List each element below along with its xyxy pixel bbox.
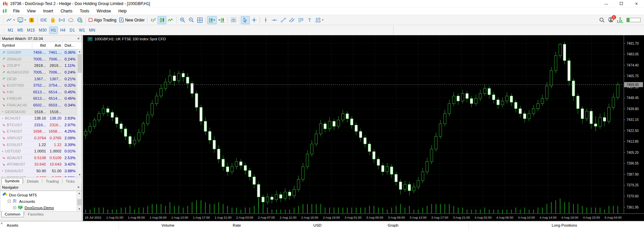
minimize-button[interactable]: — bbox=[599, 0, 614, 7]
table-row-fracac40[interactable]: ↘FRACAC406502....6503....0.34% bbox=[0, 102, 82, 109]
price-chart[interactable]: 7491.707483.057474.407465.757457.107448.… bbox=[83, 35, 644, 221]
bar-chart-mode-button[interactable] bbox=[149, 16, 158, 24]
table-row-f40eur[interactable]: ↘F40EUR6513....6514....0.45% bbox=[0, 95, 82, 102]
profiles-button[interactable]: ▾ bbox=[16, 16, 27, 24]
close-icon[interactable]: × bbox=[1, 222, 3, 225]
menu-item-tools[interactable]: Tools bbox=[76, 8, 93, 14]
scroll-up-icon[interactable]: ▲ bbox=[77, 192, 82, 195]
table-row-atomust[interactable]: ↘ATOMUST10.64210.6433.42% bbox=[0, 161, 82, 168]
toolbox-column-volume[interactable]: Volume bbox=[162, 223, 174, 227]
toolbar-grip[interactable] bbox=[3, 17, 4, 24]
table-row-f40[interactable]: ↘F406513....6514....0.45% bbox=[0, 89, 82, 96]
ide-button[interactable]: IDE bbox=[39, 16, 48, 24]
screenshot-button[interactable] bbox=[229, 16, 238, 24]
deposit-button[interactable]: $ bbox=[27, 16, 36, 24]
table-row-bchust[interactable]: •BCHUST138.10138.202.83% bbox=[0, 115, 82, 122]
navigator-scrollbar[interactable]: ▲▼ bbox=[77, 191, 81, 211]
auto-scroll-button[interactable] bbox=[207, 16, 217, 24]
notifications-button[interactable]: 1 bbox=[608, 17, 614, 24]
fibonacci-tool-button[interactable] bbox=[296, 16, 305, 24]
table-row-ustusd[interactable]: •USTUSD1.00011.00020.01% bbox=[0, 148, 82, 155]
table-row-btcust[interactable]: ↘BTCUST2316...2316...2.97% bbox=[0, 122, 82, 128]
table-row-ausasx200[interactable]: ↗AUSASX2007005....7006....0.24% bbox=[0, 69, 82, 76]
vertical-line-tool-button[interactable] bbox=[261, 16, 270, 24]
toolbox-column-graph[interactable]: Graph bbox=[388, 223, 398, 227]
candlestick-mode-button[interactable] bbox=[158, 16, 166, 24]
text-tool-button[interactable]: T bbox=[305, 16, 314, 24]
tab-ticks[interactable]: Ticks bbox=[63, 179, 78, 184]
timeframe-d1[interactable]: D1 bbox=[68, 27, 77, 34]
menu-item-charts[interactable]: Charts bbox=[57, 8, 76, 14]
collapse-icon[interactable]: − bbox=[8, 200, 11, 203]
menu-item-insert[interactable]: Insert bbox=[39, 8, 57, 14]
timeframe-w1[interactable]: W1 bbox=[77, 27, 87, 34]
toolbar-grip[interactable] bbox=[4, 27, 5, 34]
menu-item-file[interactable]: File bbox=[9, 8, 23, 14]
chart-window[interactable]: 100GBP,H1: UK FTSE 100 Index Spot CFD 74… bbox=[83, 35, 644, 221]
line-chart-mode-button[interactable] bbox=[166, 16, 175, 24]
community-button[interactable] bbox=[75, 16, 84, 24]
signals-button[interactable] bbox=[57, 16, 67, 24]
column-daily[interactable]: Dail... bbox=[62, 43, 77, 47]
timeframe-m1[interactable]: M1 bbox=[6, 27, 15, 34]
toolbox-column-long-positions[interactable]: Long Positions bbox=[552, 223, 577, 227]
search-icon[interactable] bbox=[599, 17, 605, 23]
scroll-down-icon[interactable]: ▼ bbox=[77, 173, 82, 176]
lvl-button[interactable]: ⇧ LVL bbox=[617, 17, 623, 23]
table-row-gerdax30[interactable]: •GERDAX301518...1518... bbox=[0, 108, 82, 115]
toolbar-grip[interactable] bbox=[239, 17, 240, 24]
toolbox-column-assets[interactable]: Assets bbox=[7, 223, 18, 227]
cursor-tool-button[interactable] bbox=[241, 16, 250, 24]
timeframe-m5[interactable]: M5 bbox=[16, 27, 25, 34]
column-symbol[interactable]: Symbol bbox=[0, 42, 32, 49]
scroll-up-icon[interactable]: ▲ bbox=[77, 50, 82, 53]
timeframe-mn[interactable]: MN bbox=[87, 27, 97, 34]
table-row-dogeust[interactable]: ↘DOGEUST0.0680.0682.63% bbox=[0, 174, 82, 177]
chart-window-button[interactable]: ▾ bbox=[5, 16, 16, 24]
scrollbar-thumb[interactable] bbox=[77, 199, 81, 205]
table-row-de30[interactable]: ↗DE301367...1367...0.21% bbox=[0, 76, 82, 82]
shapes-tool-button[interactable]: ▾ bbox=[314, 16, 325, 24]
close-icon[interactable]: × bbox=[77, 37, 80, 40]
toolbox-column-usd[interactable]: USD bbox=[313, 223, 321, 227]
expand-icon[interactable]: + bbox=[13, 206, 16, 209]
market-watch-scrollbar[interactable]: ▲▼ bbox=[77, 49, 82, 177]
tab-details[interactable]: Details bbox=[24, 179, 42, 184]
table-row-adaust[interactable]: ↘ADAUST0.51080.51092.53% bbox=[0, 154, 82, 161]
table-row-eustx50[interactable]: ↘EUSTX503752....3754....0.32% bbox=[0, 82, 82, 89]
market-watch-header[interactable]: Market Watch: 07:33:34 × bbox=[0, 35, 82, 42]
market-button[interactable] bbox=[48, 16, 57, 24]
tab-common[interactable]: Common bbox=[1, 212, 24, 217]
navigator-header[interactable]: Navigator × bbox=[0, 184, 82, 191]
cloud-button[interactable] bbox=[67, 16, 75, 24]
channel-tool-button[interactable] bbox=[288, 16, 296, 24]
table-row-100gbp[interactable]: ↗100GBP7459....7461....0.36% bbox=[0, 49, 82, 56]
crosshair-tool-button[interactable] bbox=[250, 16, 258, 24]
close-icon[interactable]: × bbox=[77, 186, 80, 189]
trendline-tool-button[interactable] bbox=[279, 16, 288, 24]
table-row-xrpust[interactable]: ↘XRPUST0.37640.37652.09% bbox=[0, 135, 82, 142]
table-row-eosust[interactable]: ↘EOSUST1.221.223.39% bbox=[0, 141, 82, 148]
timeframe-h1[interactable]: H1 bbox=[49, 27, 58, 34]
restore-button[interactable] bbox=[614, 0, 629, 7]
horizontal-line-tool-button[interactable] bbox=[270, 16, 279, 24]
table-row-200aud[interactable]: ↗200AUD7005....7006....0.24% bbox=[0, 56, 82, 63]
algo-trading-button[interactable]: Algo Trading bbox=[87, 16, 118, 24]
timeframe-m15[interactable]: M15 bbox=[25, 27, 36, 34]
timeframe-m30[interactable]: M30 bbox=[37, 27, 48, 34]
tab-trading[interactable]: Trading bbox=[43, 179, 62, 184]
tab-symbols[interactable]: Symbols bbox=[1, 178, 23, 184]
navigator-item-doo-group-mt5[interactable]: Doo Group MT5 bbox=[0, 192, 81, 198]
scrollbar-thumb[interactable] bbox=[78, 54, 82, 73]
close-button[interactable]: × bbox=[629, 0, 644, 7]
timeframe-h4[interactable]: H4 bbox=[58, 27, 67, 34]
table-row-225jpy[interactable]: ↘225JPY2818...2819...1.11% bbox=[0, 62, 82, 69]
tab-favorites[interactable]: Favorites bbox=[25, 212, 47, 217]
new-order-button[interactable]: New Order bbox=[118, 16, 146, 24]
toolbox-column-rate[interactable]: Rate bbox=[233, 223, 241, 227]
table-row-ethust[interactable]: ↘ETHUST1658....1658....4.25% bbox=[0, 128, 82, 135]
column-ask[interactable]: Ask bbox=[47, 42, 62, 49]
column-bid[interactable]: Bid bbox=[32, 42, 47, 49]
tile-windows-button[interactable] bbox=[196, 16, 204, 24]
menu-item-window[interactable]: Window bbox=[93, 8, 115, 14]
